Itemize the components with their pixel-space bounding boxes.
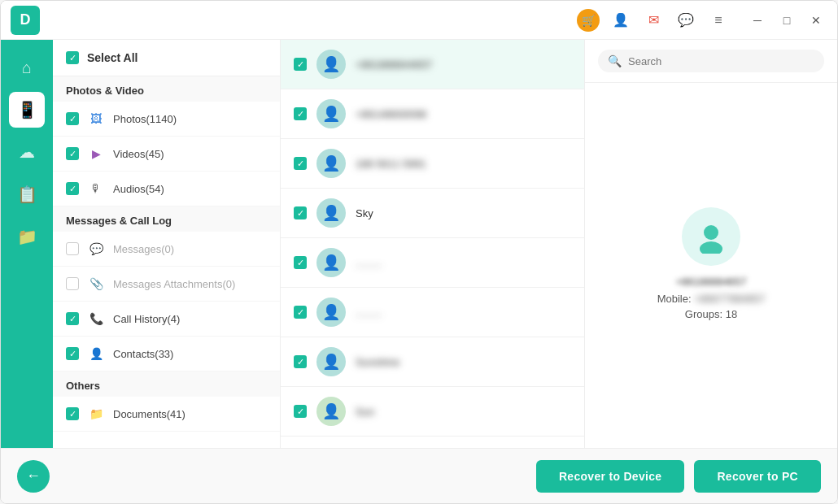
contact-checkbox-1[interactable]: ✓ <box>294 107 307 120</box>
category-call-history[interactable]: ✓ 📞 Call History(4) <box>53 302 280 337</box>
contacts-list: ✓ 👤 +861888844657 ✓ 👤 +86148600098 ✓ <box>281 40 584 448</box>
contact-checkbox-5[interactable]: ✓ <box>294 306 307 319</box>
left-panel: ✓ Select All Photos & Video ✓ 🖼 Photos(1… <box>53 40 281 448</box>
recover-device-button[interactable]: Recover to Device <box>536 460 685 493</box>
call-history-icon: 📞 <box>87 310 105 328</box>
user-icon[interactable]: 👤 <box>609 9 632 32</box>
recover-pc-button[interactable]: Recover to PC <box>694 460 821 493</box>
contact-name-0: +861888844657 <box>356 59 432 71</box>
sidebar-item-home[interactable]: ⌂ <box>9 50 45 85</box>
videos-checkbox[interactable]: ✓ <box>66 147 79 160</box>
contact-avatar-6: 👤 <box>316 347 346 376</box>
messages-checkbox[interactable] <box>66 242 79 255</box>
contact-checkbox-7[interactable]: ✓ <box>294 405 307 418</box>
back-button[interactable]: ← <box>17 460 50 493</box>
category-messages[interactable]: 💬 Messages(0) <box>53 232 280 267</box>
contact-row[interactable]: ✓ 👤 Sky <box>281 189 584 238</box>
sidebar-item-phone[interactable]: 📱 <box>9 92 45 128</box>
contacts-icon: 👤 <box>87 345 105 363</box>
photos-label: Photos(1140) <box>113 113 177 125</box>
close-button[interactable]: ✕ <box>805 9 827 32</box>
contact-avatar-4: 👤 <box>316 248 346 277</box>
contact-avatar-0: 👤 <box>316 50 346 79</box>
contact-row[interactable]: ✓ 👤 Sunshine <box>281 337 584 387</box>
sidebar: ⌂ 📱 ☁ 📋 📁 <box>1 40 53 448</box>
app-logo: D <box>11 6 40 35</box>
audios-checkbox[interactable]: ✓ <box>66 182 79 195</box>
svg-point-1 <box>700 241 722 254</box>
middle-panel: ✓ 👤 +861888844657 ✓ 👤 +86148600098 ✓ <box>281 40 585 448</box>
action-buttons: Recover to Device Recover to PC <box>536 460 821 493</box>
attachments-icon: 📎 <box>87 275 105 293</box>
photos-checkbox[interactable]: ✓ <box>66 112 79 125</box>
contact-row[interactable]: ✓ 👤 ......... <box>281 238 584 288</box>
contact-checkbox-4[interactable]: ✓ <box>294 256 307 269</box>
audios-label: Audios(54) <box>113 183 164 195</box>
contacts-checkbox[interactable]: ✓ <box>66 347 79 360</box>
videos-label: Videos(45) <box>113 148 164 160</box>
documents-icon: 📁 <box>87 405 105 423</box>
sidebar-item-cloud[interactable]: ☁ <box>9 134 45 170</box>
contact-checkbox-6[interactable]: ✓ <box>294 355 307 368</box>
search-icon: 🔍 <box>608 54 622 67</box>
title-bar: D 🛒 👤 ✉ 💬 ≡ ─ □ ✕ <box>1 1 837 40</box>
back-icon: ← <box>26 467 41 484</box>
contact-row[interactable]: ✓ 👤 Sun <box>281 387 584 437</box>
category-photos[interactable]: ✓ 🖼 Photos(1140) <box>53 102 280 137</box>
mobile-value: +86677984657 <box>694 293 765 305</box>
select-all-row[interactable]: ✓ Select All <box>53 40 280 76</box>
search-input[interactable] <box>628 55 814 67</box>
contact-checkbox-2[interactable]: ✓ <box>294 157 307 170</box>
detail-mobile: Mobile: +86677984657 <box>657 293 766 305</box>
maximize-button[interactable]: □ <box>775 9 798 32</box>
category-messages-attachments[interactable]: 📎 Messages Attachments(0) <box>53 267 280 302</box>
contact-detail: +86188884657 Mobile: +86677984657 Groups… <box>585 83 837 448</box>
category-videos[interactable]: ✓ ▶ Videos(45) <box>53 137 280 172</box>
select-all-checkbox[interactable]: ✓ <box>66 51 79 64</box>
contacts-label: Contacts(33) <box>113 348 173 360</box>
title-bar-left: D <box>11 6 40 35</box>
mobile-label: Mobile: <box>657 293 692 305</box>
mail-icon[interactable]: ✉ <box>642 9 665 32</box>
title-bar-right: 🛒 👤 ✉ 💬 ≡ ─ □ ✕ <box>577 9 827 32</box>
app-window: D 🛒 👤 ✉ 💬 ≡ ─ □ ✕ ⌂ 📱 ☁ 📋 📁 <box>0 0 838 504</box>
section-others: Others <box>53 371 280 397</box>
messages-attach-checkbox[interactable] <box>66 277 79 290</box>
category-audios[interactable]: ✓ 🎙 Audios(54) <box>53 172 280 206</box>
messages-label: Messages(0) <box>113 243 174 255</box>
contact-row[interactable]: ✓ 👤 +861888844657 <box>281 40 584 89</box>
section-messages: Messages & Call Log <box>53 206 280 232</box>
contact-avatar-2: 👤 <box>316 149 346 178</box>
contact-avatar-1: 👤 <box>316 99 346 128</box>
documents-checkbox[interactable]: ✓ <box>66 407 79 420</box>
window-controls: ─ □ ✕ <box>746 9 827 32</box>
groups-label: Groups: <box>685 308 722 320</box>
bottom-bar: ← Recover to Device Recover to PC <box>1 448 837 503</box>
chat-icon[interactable]: 💬 <box>674 9 697 32</box>
contact-row[interactable]: ✓ 👤 ......... <box>281 288 584 337</box>
contact-row[interactable]: ✓ 👤 188 5611 5991 <box>281 139 584 189</box>
category-documents[interactable]: ✓ 📁 Documents(41) <box>53 397 280 432</box>
call-history-checkbox[interactable]: ✓ <box>66 312 79 325</box>
select-all-label: Select All <box>87 51 138 64</box>
photos-icon: 🖼 <box>87 110 105 128</box>
menu-icon[interactable]: ≡ <box>707 9 730 32</box>
search-input-wrap[interactable]: 🔍 <box>598 50 824 72</box>
videos-icon: ▶ <box>87 145 105 163</box>
contact-row[interactable]: ✓ 👤 +86148600098 <box>281 89 584 139</box>
contact-avatar-7: 👤 <box>316 397 346 426</box>
cart-icon[interactable]: 🛒 <box>577 9 600 32</box>
contact-checkbox-0[interactable]: ✓ <box>294 58 307 71</box>
contact-name-4: ......... <box>356 257 382 269</box>
contact-checkbox-3[interactable]: ✓ <box>294 206 307 219</box>
sidebar-item-files[interactable]: 📋 <box>9 176 45 212</box>
audios-icon: 🎙 <box>87 180 105 198</box>
contact-avatar-3: 👤 <box>316 198 346 228</box>
call-history-label: Call History(4) <box>113 313 180 325</box>
category-contacts[interactable]: ✓ 👤 Contacts(33) <box>53 337 280 371</box>
messages-icon: 💬 <box>87 240 105 258</box>
contact-name-6: Sunshine <box>356 356 399 368</box>
contact-name-5: ......... <box>356 306 382 319</box>
minimize-button[interactable]: ─ <box>746 9 769 32</box>
sidebar-item-folder[interactable]: 📁 <box>9 219 45 254</box>
